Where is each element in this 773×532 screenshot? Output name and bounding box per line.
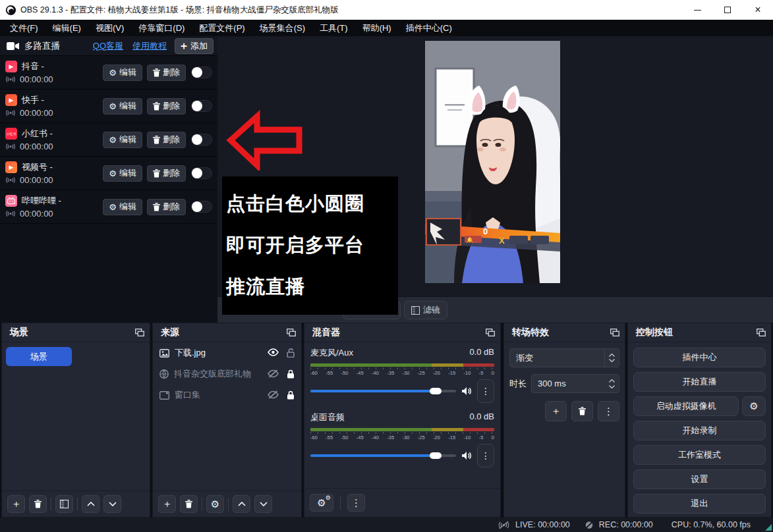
edit-button[interactable]: ⚙编辑 <box>103 132 142 148</box>
source-label: 抖音杂交版底部礼物 <box>174 368 262 380</box>
transition-select[interactable]: 渐变 <box>509 348 619 367</box>
platform-name: 哔哩哔哩 - <box>22 195 61 207</box>
menu-scene-collection[interactable]: 场景集合(S) <box>252 20 312 36</box>
gears-icon: ⚙⚙ <box>317 497 326 509</box>
menu-file[interactable]: 文件(F) <box>3 20 45 36</box>
source-row-browser[interactable]: 抖音杂交版底部礼物 <box>153 363 301 385</box>
start-streaming-button[interactable]: 开始直播 <box>633 372 766 392</box>
volume-slider[interactable] <box>310 390 456 392</box>
visibility-eye-icon[interactable] <box>268 348 279 358</box>
obs-logo-icon <box>5 5 16 16</box>
window-source-icon <box>159 391 169 400</box>
edit-button[interactable]: ⚙编辑 <box>103 65 142 81</box>
source-row-image[interactable]: 下载.jpg <box>153 342 301 363</box>
menu-profile[interactable]: 配置文件(P) <box>192 20 252 36</box>
scenes-dock: 场景 场景 ＋ <box>1 323 150 518</box>
menu-docks[interactable]: 停靠窗口(D) <box>131 20 192 36</box>
remove-source-button[interactable] <box>180 495 198 513</box>
stream-toggle[interactable] <box>191 167 212 179</box>
add-scene-button[interactable]: ＋ <box>7 495 25 513</box>
sources-toolbar: ＋ ⚙ <box>153 491 301 517</box>
close-button[interactable]: × <box>743 0 773 20</box>
scene-item-selected[interactable]: 场景 <box>6 347 72 366</box>
maximize-button[interactable] <box>712 0 743 20</box>
xiaohongshu-icon: 小红书 <box>5 128 17 140</box>
svg-text:X: X <box>499 236 505 246</box>
advanced-audio-button[interactable]: ⚙⚙ <box>310 494 333 512</box>
add-source-button[interactable]: ＋ <box>158 495 176 513</box>
studio-mode-button[interactable]: 工作室模式 <box>633 445 766 465</box>
plugin-center-button[interactable]: 插件中心 <box>633 348 766 367</box>
channel-db: 0.0 dB <box>469 347 494 359</box>
annotation-text-box: 点击白色小圆圈 即可开启多平台 推流直播 <box>222 176 398 315</box>
unlock-icon[interactable] <box>287 348 295 358</box>
scene-filters-button[interactable] <box>55 495 73 513</box>
tutorial-link[interactable]: 使用教程 <box>132 40 167 52</box>
add-transition-button[interactable]: ＋ <box>545 401 567 421</box>
trash-icon <box>153 203 160 211</box>
menu-plugin-center[interactable]: 插件中心(C) <box>399 20 459 36</box>
delete-button[interactable]: 删除 <box>147 98 186 115</box>
remove-transition-button[interactable] <box>571 401 593 421</box>
move-scene-up-button[interactable] <box>82 495 100 513</box>
gear-icon: ⚙ <box>211 498 219 510</box>
filters-button[interactable]: 滤镜 <box>404 301 447 319</box>
edit-button[interactable]: ⚙编辑 <box>103 199 142 215</box>
mixer-channel-mic: 麦克风/Aux 0.0 dB -60-55-50-45-40-35-30-25-… <box>304 342 500 403</box>
remove-scene-button[interactable] <box>29 495 47 513</box>
visibility-eye-slash-icon[interactable] <box>268 369 279 379</box>
stream-toggle[interactable] <box>191 134 212 146</box>
visibility-eye-slash-icon[interactable] <box>268 390 279 400</box>
delete-button[interactable]: 删除 <box>147 65 186 81</box>
move-source-up-button[interactable] <box>233 495 250 513</box>
speaker-icon[interactable] <box>461 451 472 460</box>
stream-toggle[interactable] <box>191 100 212 112</box>
edit-button[interactable]: ⚙编辑 <box>103 165 142 182</box>
popout-icon[interactable] <box>135 329 144 336</box>
delete-button[interactable]: 删除 <box>147 199 186 215</box>
popout-icon[interactable] <box>757 329 766 336</box>
mixer-menu-button[interactable]: ⋮ <box>347 494 365 512</box>
platform-row-kuaishou: ▶ 快手 - 00:00:00 ⚙编辑 删除 <box>0 90 217 123</box>
qq-support-link[interactable]: QQ客服 <box>93 40 123 52</box>
virtual-camera-settings-button[interactable]: ⚙ <box>742 396 766 416</box>
edit-button[interactable]: ⚙编辑 <box>103 98 142 115</box>
popout-icon[interactable] <box>610 329 619 336</box>
add-platform-button[interactable]: ＋ 添加 <box>175 38 214 54</box>
settings-button[interactable]: 设置 <box>633 469 766 489</box>
move-scene-down-button[interactable] <box>103 495 121 513</box>
duration-spinbox[interactable]: 300 ms <box>531 374 619 393</box>
transitions-toolbar: ＋ ⋮ <box>509 401 619 421</box>
scenes-toolbar: ＋ <box>2 491 150 517</box>
resize-grip[interactable] <box>765 524 772 531</box>
volume-slider[interactable] <box>310 454 456 457</box>
spinbox-arrows-icon[interactable] <box>604 379 619 388</box>
popout-icon[interactable] <box>486 329 495 336</box>
delete-button[interactable]: 删除 <box>147 165 186 182</box>
douyin-icon: ▶ <box>5 61 17 72</box>
channel-menu-button[interactable]: ⋮ <box>477 444 494 467</box>
menu-edit[interactable]: 编辑(E) <box>45 20 88 36</box>
channel-menu-button[interactable]: ⋮ <box>477 379 494 403</box>
stream-toggle[interactable] <box>191 201 212 213</box>
popout-icon[interactable] <box>287 329 296 336</box>
platform-name: 视频号 - <box>22 161 53 173</box>
preview-canvas[interactable]: 0 🔔 X 点击白色小圆圈 即可开启多平台 推流直播 <box>217 36 773 323</box>
stream-toggle[interactable] <box>191 66 212 78</box>
minimize-button[interactable] <box>682 0 712 20</box>
delete-button[interactable]: 删除 <box>147 132 186 148</box>
speaker-icon[interactable] <box>461 386 472 396</box>
transition-menu-button[interactable]: ⋮ <box>598 401 619 421</box>
move-source-down-button[interactable] <box>254 495 272 513</box>
source-properties-button[interactable]: ⚙ <box>206 495 224 513</box>
multistream-title: 多路直播 <box>24 40 60 52</box>
menu-help[interactable]: 帮助(H) <box>355 20 399 36</box>
start-recording-button[interactable]: 开始录制 <box>633 421 766 440</box>
lock-icon[interactable] <box>287 369 295 379</box>
menu-view[interactable]: 视图(V) <box>88 20 131 36</box>
source-row-window[interactable]: 窗口集 <box>153 385 301 406</box>
lock-icon[interactable] <box>287 390 295 400</box>
exit-button[interactable]: 退出 <box>633 494 766 514</box>
start-virtual-camera-button[interactable]: 启动虚拟摄像机 <box>633 396 739 416</box>
menu-tools[interactable]: 工具(T) <box>312 20 355 36</box>
